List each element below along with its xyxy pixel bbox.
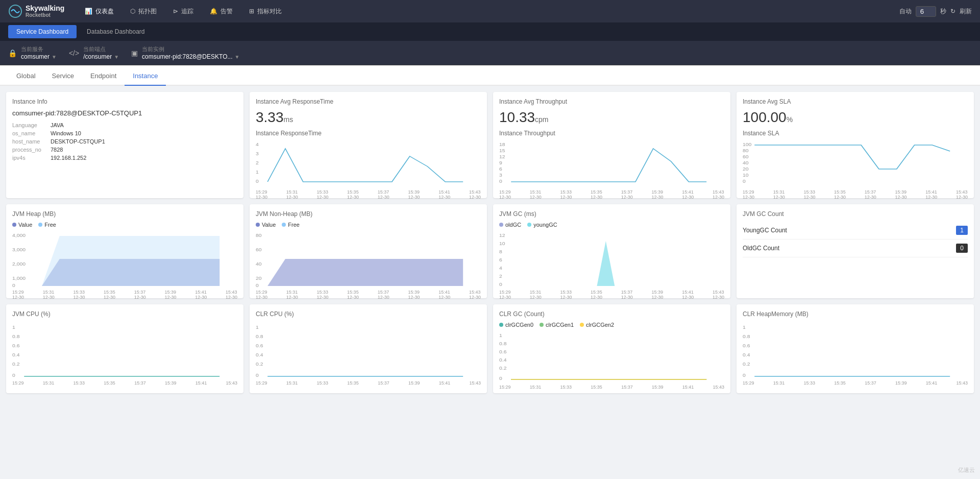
- svg-text:10: 10: [743, 173, 749, 178]
- svg-text:0.2: 0.2: [743, 362, 750, 367]
- svg-text:0: 0: [743, 179, 746, 184]
- top-right: 自动 秒 ↻ 刷新: [899, 6, 972, 17]
- info-host-key: host_name: [12, 138, 51, 145]
- info-os-key: os_name: [12, 130, 51, 136]
- service-value-btn[interactable]: comsumer ▼: [21, 53, 57, 60]
- clr-gen0-label: clrGCGen0: [505, 322, 533, 328]
- clr-heap-x-labels: 15:2915:3115:3315:35 15:3715:3915:4115:4…: [743, 380, 968, 386]
- trace-icon: ⊳: [173, 8, 178, 15]
- info-language-key: Language: [12, 122, 51, 128]
- svg-text:0.8: 0.8: [743, 334, 750, 339]
- nav-topology-label: 拓扑图: [138, 7, 157, 16]
- jvm-gc-card: JVM GC (ms) oldGC youngGC 12 10 8 6 4 2 …: [493, 204, 730, 298]
- svg-text:4,000: 4,000: [12, 233, 26, 238]
- jvm-heap-card: JVM Heap (MB) Value Free 4,000 3,000 2,0…: [6, 204, 243, 298]
- nonheap-value-label: Value: [262, 222, 276, 228]
- instance-label: 当前实例: [142, 45, 239, 53]
- nonheap-free-legend: Free: [282, 222, 300, 228]
- jvm-gc-count-card: JVM GC Count YoungGC Count 1 OldGC Count…: [737, 204, 974, 298]
- nav-metric-label: 指标对比: [257, 7, 282, 16]
- refresh-label[interactable]: 刷新: [960, 7, 972, 16]
- jvm-nonheap-legend: Value Free: [256, 222, 481, 228]
- svg-text:1: 1: [256, 170, 259, 175]
- code-icon: </>: [69, 49, 79, 57]
- svg-text:0: 0: [256, 283, 259, 288]
- heap-free-legend: Free: [38, 222, 56, 228]
- auto-label: 自动: [899, 7, 912, 16]
- selector-bar: 🔒 当前服务 comsumer ▼ </> 当前端点 /consumer ▼ ▣…: [0, 41, 980, 65]
- tab-global[interactable]: Global: [8, 67, 44, 86]
- avg-sla-card: Instance Avg SLA 100.00% Instance SLA 10…: [737, 92, 974, 198]
- young-gc-label: YoungGC Count: [743, 227, 787, 234]
- svg-text:0: 0: [12, 373, 15, 378]
- svg-text:0.6: 0.6: [256, 343, 263, 348]
- svg-text:3: 3: [256, 151, 259, 156]
- sla-chart: 100 80 60 40 20 10 0 15:2912-3015:3112-3…: [743, 141, 968, 192]
- clr-cpu-x-labels: 15:2915:3115:3315:35 15:3715:3915:4115:4…: [256, 380, 481, 386]
- svg-text:0: 0: [499, 282, 502, 287]
- instance-info-card: Instance Info comsumer-pid:7828@DESKTOP-…: [6, 92, 243, 198]
- svg-text:15: 15: [499, 148, 505, 153]
- refresh-icon[interactable]: ↻: [950, 8, 955, 15]
- nav-alert[interactable]: 🔔 告警: [202, 0, 241, 22]
- svg-text:1,000: 1,000: [12, 276, 26, 281]
- endpoint-value-btn[interactable]: /consumer ▼: [83, 53, 119, 60]
- clr-gen0-dot: [499, 323, 503, 327]
- clr-gen1-label: clrGCGen1: [546, 322, 574, 328]
- heap-value-dot: [12, 223, 16, 227]
- clr-cpu-chart: 1 0.8 0.6 0.4 0.2 0 15:2915:3115:3315:35…: [256, 322, 481, 383]
- svg-text:6: 6: [499, 257, 502, 262]
- nonheap-free-label: Free: [288, 222, 300, 228]
- svg-text:9: 9: [499, 160, 502, 165]
- sla-x-labels: 15:2912-3015:3112-3015:3312-3015:3512-30…: [743, 189, 968, 200]
- oldgc-dot: [499, 223, 503, 227]
- nonheap-x-labels: 15:2912-3015:3112-3015:3312-3015:3512-30…: [256, 290, 481, 300]
- topology-icon: ⬡: [130, 8, 135, 15]
- svg-text:1: 1: [743, 325, 746, 330]
- nav-dashboard[interactable]: 📊 仪表盘: [77, 0, 122, 22]
- svg-text:60: 60: [743, 154, 749, 159]
- nav-metric[interactable]: ⊞ 指标对比: [241, 0, 290, 22]
- svg-text:0.2: 0.2: [12, 362, 20, 367]
- svg-text:0.4: 0.4: [499, 357, 507, 363]
- jvm-nonheap-card: JVM Non-Heap (MB) Value Free 80 60 40 20…: [250, 204, 487, 298]
- clr-cpu-card: CLR CPU (%) 1 0.8 0.6 0.4 0.2 0 15:2915:…: [250, 304, 487, 393]
- nav-trace[interactable]: ⊳ 追踪: [165, 0, 202, 22]
- svg-text:8: 8: [499, 249, 502, 254]
- nav-topology[interactable]: ⬡ 拓扑图: [122, 0, 165, 22]
- clr-gen1-legend: clrGCGen1: [540, 322, 574, 328]
- info-ip-val: 192.168.1.252: [51, 155, 86, 161]
- gc-x-labels: 15:2912-3015:3112-3015:3312-3015:3512-30…: [499, 290, 724, 300]
- info-process-key: process_no: [12, 147, 51, 153]
- nav-trace-label: 追踪: [181, 7, 193, 16]
- refresh-input[interactable]: [916, 6, 936, 17]
- svg-text:1: 1: [499, 333, 502, 338]
- clr-gen1-dot: [540, 323, 544, 327]
- svg-text:2,000: 2,000: [12, 261, 26, 267]
- alert-icon: 🔔: [210, 8, 217, 15]
- instance-value-btn[interactable]: comsumer-pid:7828@DESKTO... ▼: [142, 53, 239, 60]
- tab-service[interactable]: Service: [44, 67, 82, 86]
- svg-text:1: 1: [12, 325, 15, 330]
- nav-dashboard-label: 仪表盘: [95, 7, 114, 16]
- svg-text:0.6: 0.6: [743, 343, 750, 348]
- jvm-heap-chart: 4,000 3,000 2,000 1,000 0 15:2912-3015:3…: [12, 231, 237, 292]
- heap-value-legend: Value: [12, 222, 32, 228]
- tab-endpoint[interactable]: Endpoint: [82, 67, 125, 86]
- avg-throughput-title: Instance Avg Throughput: [499, 98, 724, 105]
- svg-text:20: 20: [256, 276, 262, 281]
- sla-chart-title: Instance SLA: [743, 130, 968, 137]
- tab-instance[interactable]: Instance: [125, 67, 166, 86]
- endpoint-arrow-icon: ▼: [114, 54, 119, 60]
- response-x-labels: 15:2912-3015:3112-3015:3312-3015:3512-30…: [256, 189, 481, 200]
- tab-database-dashboard[interactable]: Database Dashboard: [79, 25, 153, 38]
- tab-bar: Global Service Endpoint Instance: [0, 65, 980, 86]
- young-gc-count-row: YoungGC Count 1: [743, 222, 968, 240]
- younggc-legend: youngGC: [527, 222, 557, 228]
- endpoint-label: 当前端点: [83, 45, 119, 53]
- svg-text:60: 60: [256, 247, 262, 252]
- jvm-cpu-chart: 1 0.8 0.6 0.4 0.2 0 15:2915:3115:3315:35…: [12, 322, 237, 383]
- clr-heap-chart: 1 0.8 0.6 0.4 0.2 0 15:2915:3115:3315:35…: [743, 322, 968, 383]
- tab-service-dashboard[interactable]: Service Dashboard: [8, 25, 77, 38]
- endpoint-value-text: /consumer: [83, 53, 112, 60]
